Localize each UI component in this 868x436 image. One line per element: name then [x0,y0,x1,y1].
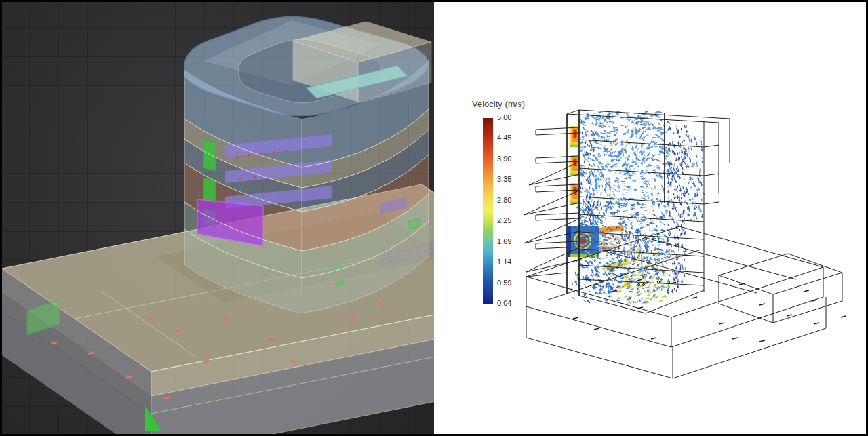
model-viewport-3d[interactable] [0,0,434,436]
legend-tick: 1.69 [497,237,511,245]
legend-tick: 3.35 [497,175,511,183]
building-model-rendering [0,0,434,436]
vector-arrows-midblue [579,111,671,206]
legend-tick: 0.59 [497,279,511,287]
legend-tick: 5.00 [497,113,511,121]
comparison-figure: Velocity (m/s) 5.00 4.45 3.90 3.35 2.80 … [0,0,868,436]
cfd-result-viewport[interactable]: Velocity (m/s) 5.00 4.45 3.90 3.35 2.80 … [434,0,868,436]
legend-title: Velocity (m/s) [472,99,533,109]
velocity-colorbar [483,118,493,304]
vector-field-arrows [571,111,704,304]
legend-tick: 1.14 [497,258,511,266]
legend-tick: 2.80 [497,196,511,204]
legend-tick: 4.45 [497,134,511,142]
legend-tick: 3.90 [497,155,511,163]
velocity-legend: Velocity (m/s) 5.00 4.45 3.90 3.35 2.80 … [472,99,533,109]
legend-tick: 0.04 [497,299,511,307]
tower-building [184,16,431,313]
legend-tick: 2.25 [497,216,511,224]
